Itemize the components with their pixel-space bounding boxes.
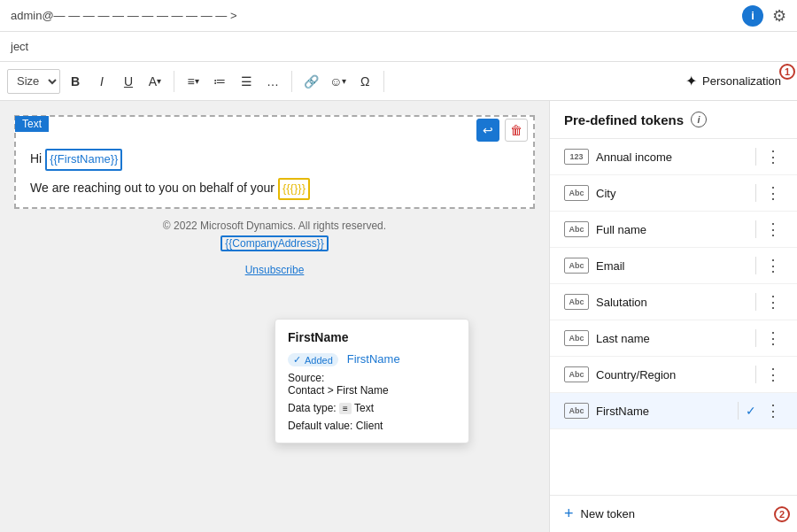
token-name: Email — [596, 259, 748, 273]
editor-toolbar: Size B I U A ▾ ≡ ▾ ≔ ☰ … 🔗 ☺▾ Ω ✦ Person… — [0, 62, 797, 101]
top-bar: admin@— — — — — — — — — — — — > i ⚙ — [0, 0, 797, 32]
emoji-button[interactable]: ☺▾ — [326, 69, 350, 94]
placeholder-token[interactable]: {{{}}} — [278, 178, 310, 200]
block-delete-button[interactable]: 🗑 — [505, 119, 528, 142]
new-token-button[interactable]: + New token 2 — [550, 495, 797, 532]
link-button[interactable]: 🔗 — [299, 69, 322, 94]
token-type-icon: Abc — [564, 185, 589, 201]
more-button[interactable]: … — [261, 69, 284, 94]
omega-button[interactable]: Ω — [353, 69, 376, 94]
text-block[interactable]: Text ↩ 🗑 Hi {{FirstName}} We are reachin… — [14, 115, 535, 209]
right-panel: Pre-defined tokens i 123Annual income⋮Ab… — [549, 101, 797, 532]
toolbar-divider-3 — [383, 71, 384, 92]
email-line-1: Hi {{FirstName}} — [30, 149, 519, 171]
token-item-salutation[interactable]: AbcSalutation⋮ — [550, 284, 797, 320]
data-type-icon: ≡ — [339, 403, 352, 414]
settings-button[interactable]: ⚙ — [772, 6, 786, 26]
token-more-button[interactable]: ⋮ — [763, 256, 783, 275]
subject-label: ject — [11, 40, 28, 53]
footer-tokens: {{CompanyAddress}} — [14, 235, 535, 251]
tooltip-source-row: Source: Contact > First Name — [288, 372, 456, 397]
personalization-label: Personalization — [702, 74, 781, 88]
personalization-button[interactable]: ✦ Personalization 1 — [677, 69, 790, 93]
block-label: Text — [15, 116, 49, 132]
plus-icon: + — [564, 505, 574, 523]
info-button[interactable]: i — [742, 5, 763, 27]
token-name: Last name — [596, 332, 748, 345]
tooltip-datatype-row: Data type: ≡ Text — [288, 402, 456, 414]
panel-title: Pre-defined tokens — [564, 112, 684, 127]
token-divider — [755, 184, 756, 202]
token-item-country-region[interactable]: AbcCountry/Region⋮ — [550, 357, 797, 393]
token-name: Annual income — [596, 150, 748, 164]
token-item-full-name[interactable]: AbcFull name⋮ — [550, 212, 797, 248]
main-area: Text ↩ 🗑 Hi {{FirstName}} We are reachin… — [0, 101, 797, 532]
editor-area: Text ↩ 🗑 Hi {{FirstName}} We are reachin… — [0, 101, 549, 532]
company-token[interactable]: {{CompanyAddress}} — [221, 235, 328, 251]
underline-button[interactable]: U — [117, 69, 140, 94]
unordered-list-button[interactable]: ☰ — [235, 69, 258, 94]
token-type-icon: Abc — [564, 221, 589, 237]
token-more-button[interactable]: ⋮ — [763, 292, 783, 312]
token-type-icon: Abc — [564, 258, 589, 274]
top-bar-actions: i ⚙ — [742, 5, 786, 27]
panel-header: Pre-defined tokens i — [550, 101, 797, 139]
token-type-icon: Abc — [564, 366, 589, 382]
token-divider — [755, 220, 756, 238]
token-more-button[interactable]: ⋮ — [763, 401, 783, 420]
token-name: Salutation — [596, 296, 748, 309]
tooltip-field-name: FirstName — [347, 352, 400, 366]
personalization-badge: 1 — [779, 64, 795, 80]
token-item-last-name[interactable]: AbcLast name⋮ — [550, 320, 797, 357]
token-type-icon: Abc — [564, 330, 589, 346]
token-type-icon: 123 — [564, 149, 589, 165]
token-item-firstname[interactable]: AbcFirstName✓⋮ — [550, 393, 797, 429]
personalization-icon: ✦ — [685, 73, 697, 89]
footer-copyright: © 2022 Microsoft Dynamics. All rights re… — [14, 220, 535, 232]
token-more-button[interactable]: ⋮ — [763, 147, 783, 166]
token-item-email[interactable]: AbcEmail⋮ — [550, 248, 797, 284]
token-name: Full name — [596, 223, 748, 236]
token-name: Country/Region — [596, 368, 748, 382]
token-more-button[interactable]: ⋮ — [763, 220, 783, 239]
tooltip-default-row: Default value: Client — [288, 420, 456, 432]
tooltip-badge: ✓ Added — [288, 353, 338, 366]
token-divider — [755, 257, 756, 274]
tooltip-popup: FirstName ✓ Added FirstName Source: Cont… — [275, 319, 469, 443]
new-token-badge: 2 — [774, 506, 790, 522]
panel-info-icon[interactable]: i — [691, 112, 707, 127]
token-type-icon: Abc — [564, 294, 589, 310]
bold-button[interactable]: B — [64, 69, 87, 94]
token-more-button[interactable]: ⋮ — [763, 328, 783, 348]
firstname-token[interactable]: {{FirstName}} — [45, 149, 122, 171]
email-line-2: We are reaching out to you on behalf of … — [30, 178, 519, 200]
token-name: City — [596, 187, 748, 200]
subject-bar: ject — [0, 32, 797, 62]
email-content: Hi {{FirstName}} We are reaching out to … — [30, 149, 519, 200]
block-actions: ↩ 🗑 — [476, 119, 528, 142]
tooltip-added-row: ✓ Added FirstName — [288, 351, 456, 366]
token-more-button[interactable]: ⋮ — [763, 365, 783, 384]
unsubscribe-link[interactable]: Unsubscribe — [14, 253, 535, 280]
toolbar-divider-2 — [291, 71, 292, 92]
align-button[interactable]: ≡ ▾ — [182, 69, 205, 94]
user-email: admin@— — — — — — — — — — — — > — [11, 9, 237, 22]
token-divider — [755, 293, 756, 311]
token-divider — [755, 329, 756, 347]
italic-button[interactable]: I — [90, 69, 113, 94]
token-check: ✓ — [746, 404, 756, 418]
token-more-button[interactable]: ⋮ — [763, 183, 783, 203]
token-divider — [755, 366, 756, 383]
token-item-city[interactable]: AbcCity⋮ — [550, 175, 797, 212]
font-size-select[interactable]: Size — [7, 69, 60, 94]
token-item-annual-income[interactable]: 123Annual income⋮ — [550, 139, 797, 175]
token-list: 123Annual income⋮AbcCity⋮AbcFull name⋮Ab… — [550, 139, 797, 495]
badge-check: ✓ — [293, 354, 301, 366]
toolbar-divider-1 — [174, 71, 174, 92]
tooltip-title: FirstName — [288, 330, 456, 344]
token-type-icon: Abc — [564, 403, 589, 419]
email-footer: © 2022 Microsoft Dynamics. All rights re… — [14, 209, 535, 283]
font-color-button[interactable]: A ▾ — [143, 69, 166, 94]
block-return-button[interactable]: ↩ — [476, 119, 499, 142]
ordered-list-button[interactable]: ≔ — [208, 69, 231, 94]
